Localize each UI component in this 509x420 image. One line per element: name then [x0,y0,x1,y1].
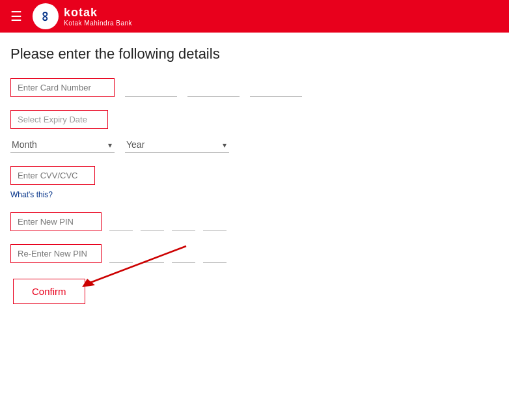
month-dropdown[interactable]: Month 01 02 03 04 05 06 07 08 09 10 11 1… [10,137,115,153]
logo-circle: ∞ [33,3,59,29]
new-pin-digit3[interactable] [172,213,195,231]
re-enter-pin-digit1[interactable] [109,245,133,263]
card-number-seg4[interactable] [250,79,302,97]
cvv-input[interactable] [10,166,95,185]
month-dropdown-wrapper: Month 01 02 03 04 05 06 07 08 09 10 11 1… [10,137,115,153]
re-enter-pin-digit4[interactable] [203,245,227,263]
card-number-input[interactable] [10,78,115,97]
cvv-section [10,166,499,185]
whats-this-link[interactable]: What's this? [10,190,499,199]
expiry-date-label: Select Expiry Date [10,110,108,129]
new-pin-input[interactable] [10,212,102,231]
re-enter-pin-section [10,244,499,263]
new-pin-digit2[interactable] [141,213,164,231]
new-pin-section [10,212,499,231]
card-number-seg2[interactable] [125,79,177,97]
new-pin-row [10,212,499,231]
new-pin-digit4[interactable] [203,213,227,231]
re-enter-pin-input[interactable] [10,244,102,263]
new-pin-digit1[interactable] [109,213,133,231]
re-enter-pin-digit2[interactable] [141,245,164,263]
confirm-button[interactable]: Confirm [13,279,85,304]
re-enter-pin-row [10,244,499,263]
card-number-seg3[interactable] [187,79,240,97]
brand-subtitle: Kotak Mahindra Bank [64,20,132,27]
expiry-dropdowns: Month 01 02 03 04 05 06 07 08 09 10 11 1… [10,137,499,153]
brand-name: kotak [64,6,132,20]
hamburger-menu-icon[interactable]: ☰ [10,8,22,24]
re-enter-pin-digit3[interactable] [172,245,195,263]
header: ☰ ∞ kotak Kotak Mahindra Bank [0,0,509,33]
logo: ∞ kotak Kotak Mahindra Bank [33,3,132,29]
confirm-section: Confirm [10,279,499,304]
year-dropdown[interactable]: Year 2024 2025 2026 2027 2028 2029 2030 [125,137,229,153]
logo-text: kotak Kotak Mahindra Bank [64,6,132,27]
year-dropdown-wrapper: Year 2024 2025 2026 2027 2028 2029 2030 [125,137,229,153]
expiry-section: Select Expiry Date Month 01 02 03 04 05 … [10,110,499,153]
card-number-section [10,78,499,97]
main-content: Please enter the following details Selec… [0,33,509,317]
page-title: Please enter the following details [10,46,499,63]
logo-infinity-icon: ∞ [37,11,54,21]
